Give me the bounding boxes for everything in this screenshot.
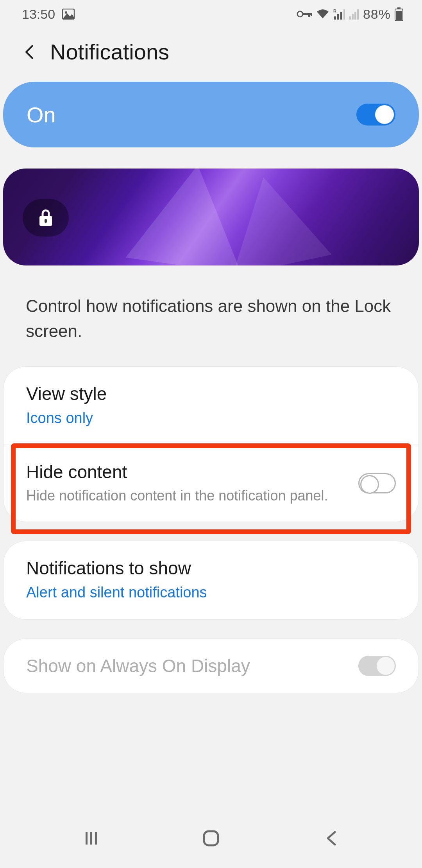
- svg-rect-10: [343, 9, 345, 20]
- svg-rect-3: [302, 13, 312, 15]
- svg-rect-12: [352, 14, 354, 20]
- svg-rect-7: [334, 16, 336, 20]
- notifications-to-show-title: Notifications to show: [26, 558, 396, 579]
- hide-content-description: Hide notification content in the notific…: [26, 486, 343, 506]
- battery-percentage: 88%: [363, 7, 391, 22]
- notifications-to-show-value: Alert and silent notifications: [26, 583, 396, 603]
- recents-icon: [82, 830, 100, 847]
- svg-rect-4: [308, 13, 310, 17]
- page-header: Notifications: [0, 28, 422, 82]
- always-on-display-switch: [358, 656, 396, 676]
- image-icon: [62, 9, 75, 20]
- svg-rect-22: [95, 832, 97, 845]
- home-icon: [202, 829, 220, 848]
- svg-rect-14: [357, 9, 359, 20]
- lock-icon-badge: [23, 199, 69, 237]
- master-toggle-switch[interactable]: [356, 104, 395, 126]
- svg-rect-19: [45, 219, 47, 223]
- nav-back-button[interactable]: [319, 827, 343, 850]
- always-on-display-row: Show on Always On Display: [4, 639, 418, 693]
- lockscreen-help-text: Control how notifications are shown on t…: [0, 265, 422, 366]
- lock-icon: [38, 209, 54, 227]
- view-style-title: View style: [26, 383, 396, 404]
- svg-rect-21: [90, 832, 92, 845]
- svg-rect-5: [311, 13, 312, 16]
- svg-point-1: [65, 11, 67, 14]
- hide-content-switch[interactable]: [358, 473, 396, 493]
- chevron-left-icon: [323, 830, 339, 847]
- always-on-display-card: Show on Always On Display: [3, 638, 419, 693]
- lockscreen-settings-card: View style Icons only Hide content Hide …: [3, 366, 419, 522]
- back-button[interactable]: [22, 44, 38, 60]
- svg-rect-11: [349, 16, 351, 20]
- vpn-key-icon: [297, 10, 312, 18]
- battery-icon: [395, 7, 403, 21]
- svg-rect-20: [86, 832, 88, 845]
- lockscreen-preview[interactable]: [3, 169, 419, 265]
- home-button[interactable]: [199, 827, 223, 850]
- notifications-to-show-row[interactable]: Notifications to show Alert and silent n…: [4, 541, 418, 619]
- master-notifications-toggle-row[interactable]: On: [3, 82, 419, 147]
- wifi-icon: [316, 9, 329, 19]
- system-nav-bar: [0, 813, 422, 868]
- svg-text:R: R: [333, 9, 336, 13]
- svg-point-2: [297, 11, 303, 17]
- svg-rect-17: [396, 11, 402, 20]
- hide-content-row[interactable]: Hide content Hide notification content i…: [4, 445, 418, 522]
- page-title: Notifications: [50, 39, 169, 65]
- svg-rect-13: [354, 12, 356, 20]
- recents-button[interactable]: [79, 827, 103, 850]
- always-on-display-title: Show on Always On Display: [26, 655, 343, 676]
- status-bar: 13:50 R 88%: [0, 0, 422, 28]
- view-style-value: Icons only: [26, 408, 396, 428]
- master-toggle-label: On: [27, 102, 56, 127]
- hide-content-title: Hide content: [26, 461, 343, 482]
- signal-roaming-icon: R: [333, 9, 345, 20]
- svg-rect-23: [204, 831, 218, 845]
- signal-secondary-icon: [349, 9, 359, 20]
- view-style-row[interactable]: View style Icons only: [4, 367, 418, 445]
- notifications-filter-card: Notifications to show Alert and silent n…: [3, 541, 419, 619]
- svg-rect-9: [340, 12, 342, 20]
- status-time: 13:50: [22, 7, 55, 22]
- svg-rect-8: [337, 14, 339, 20]
